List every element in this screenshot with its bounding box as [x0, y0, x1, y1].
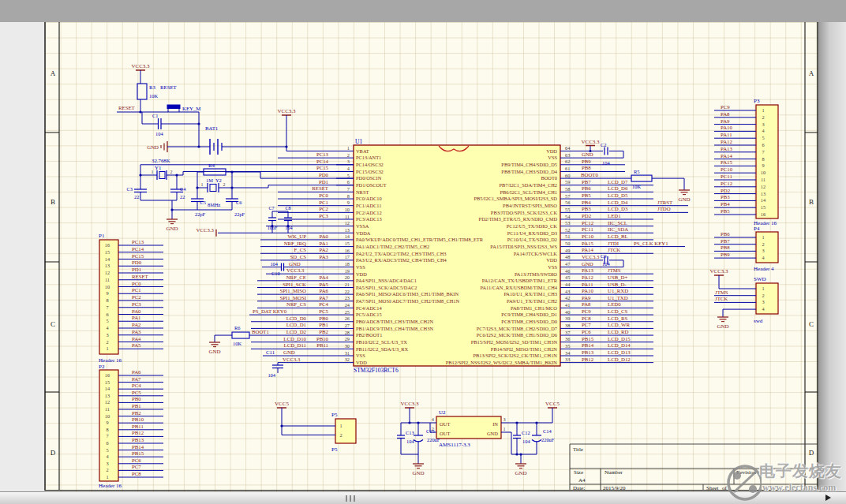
canvas-gutter-right	[818, 22, 846, 491]
horizontal-scrollbar[interactable]	[0, 491, 846, 504]
scrollbar-grip[interactable]	[350, 495, 351, 502]
titleblock-date-value: 2015/9/20	[603, 485, 625, 491]
scrollbar-grip[interactable]	[346, 495, 347, 502]
titleblock-size-value: A4	[578, 477, 586, 483]
canvas-gutter-left	[0, 22, 45, 491]
zone-label-right-b: B	[806, 198, 817, 206]
scrollbar-grip[interactable]	[354, 495, 355, 502]
watermark-brand-text: 电子发烧友	[759, 461, 842, 482]
titleblock-date-label: Date:	[573, 485, 585, 491]
elecfans-watermark: 电子发烧友 www.elecfans.com	[722, 460, 845, 504]
elecfans-logo-icon	[722, 460, 762, 504]
zone-label-right-c: C	[806, 320, 817, 328]
zone-label-left-b: B	[47, 198, 58, 206]
zone-label-left-a: A	[47, 69, 58, 77]
zone-label-left-c: C	[47, 320, 58, 328]
titleblock-number-label: Number	[605, 469, 623, 476]
zone-label-left-d: D	[47, 449, 58, 457]
titleblock-title-label: Title	[573, 446, 583, 453]
titleblock-sheet-label: Sheet	[706, 485, 719, 491]
zone-label-right-a: A	[806, 69, 817, 77]
watermark-site-text: www.elecfans.com	[762, 482, 836, 494]
zone-label-right-d: D	[806, 449, 817, 457]
schematic-sheet	[45, 22, 818, 491]
window-title-band	[0, 0, 846, 23]
titleblock-size-label: Size	[574, 469, 583, 476]
